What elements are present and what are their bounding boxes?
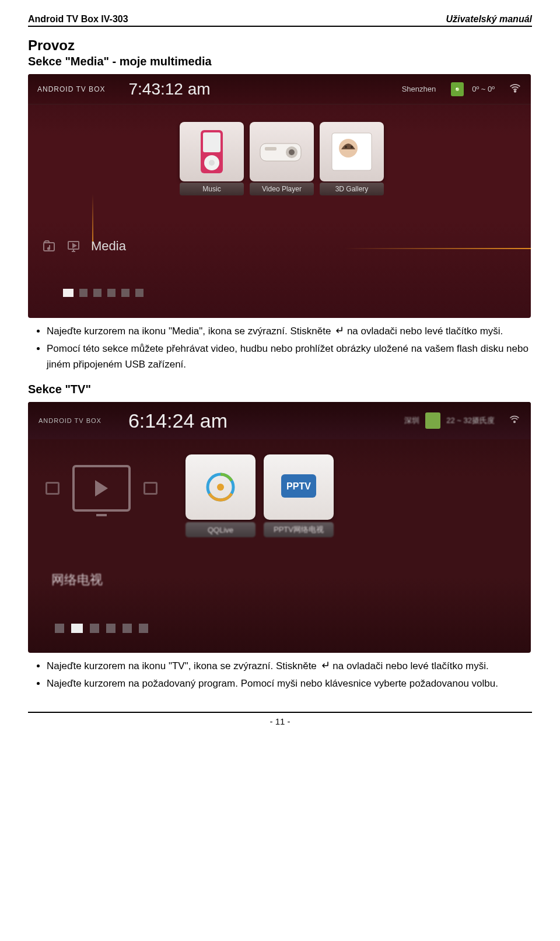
bullet-text: Najeďte kurzorem na požadovaný program. …: [47, 678, 498, 689]
tv-small-icon: [144, 482, 158, 495]
bullet-text: na ovladači nebo levé tlačítko myši.: [332, 660, 488, 671]
screenshot-tv: ANDROID TV BOX 6:14:24 am 深圳 22 ~ 32摄氏度: [28, 402, 531, 653]
weather-icon: [425, 412, 440, 429]
tile-pptv[interactable]: PPTV PPTV网络电视: [264, 454, 334, 537]
bullet-text: Najeďte kurzorem na ikonu "Media", ikona…: [47, 326, 334, 337]
bullet-text: Pomocí této sekce můžete přehrávat video…: [47, 343, 528, 369]
temperature-label: 0º ~ 0º: [472, 85, 495, 93]
heading-tv-section: Sekce "TV": [28, 383, 532, 396]
heading-media-section: Sekce "Media" - moje multimedia: [28, 55, 532, 68]
location-label: Shenzhen: [402, 85, 436, 93]
indicator-dot: [79, 289, 88, 297]
music-player-icon: [180, 122, 244, 181]
header-right: Uživatelský manuál: [446, 14, 532, 25]
svg-point-19: [514, 421, 516, 423]
header-left: Android TV Box IV-303: [28, 14, 128, 25]
svg-point-13: [289, 149, 295, 155]
projector-icon: [250, 122, 314, 181]
enter-key-icon: [320, 660, 330, 675]
tile-label: PPTV网络电视: [264, 522, 334, 537]
svg-point-10: [209, 160, 215, 166]
clock: 6:14:24 am: [128, 410, 228, 432]
svg-point-17: [345, 146, 347, 148]
tv-small-icon: [46, 482, 60, 495]
bullet-list-media: Najeďte kurzorem na ikonu "Media", ikona…: [28, 324, 532, 372]
brand-label: ANDROID TV BOX: [38, 417, 102, 424]
temperature-label: 22 ~ 32摄氏度: [446, 415, 495, 426]
svg-marker-6: [73, 244, 76, 247]
clock: 7:43:12 am: [128, 80, 210, 99]
indicator-dot: [139, 624, 148, 633]
qqlive-icon: [186, 454, 256, 520]
tile-3d-gallery[interactable]: 3D Gallery: [320, 122, 384, 195]
monitor-icon: [66, 239, 80, 253]
page-header: Android TV Box IV-303 Uživatelský manuál: [28, 14, 532, 27]
location-label: 深圳: [404, 415, 419, 426]
category-label-zh: 网络电视: [51, 571, 103, 589]
music-folder-icon: [42, 239, 56, 253]
tile-qqlive[interactable]: QQLive: [186, 454, 256, 537]
svg-point-0: [456, 88, 459, 91]
indicator-dot: [106, 624, 116, 633]
page-number: - 11 -: [270, 716, 290, 726]
indicator-dot: [55, 624, 64, 633]
indicator-dot: [123, 624, 132, 633]
tv-play-icon: [72, 465, 131, 512]
bullet-item: Najeďte kurzorem na ikonu "Media", ikona…: [47, 324, 532, 340]
bullet-text: Najeďte kurzorem na ikonu "TV", ikona se…: [47, 660, 320, 671]
category-row: Media: [42, 239, 126, 254]
tile-label: QQLive: [186, 522, 256, 537]
indicator-dot: [63, 289, 74, 297]
bullet-item: Najeďte kurzorem na ikonu "TV", ikona se…: [47, 659, 532, 675]
svg-point-21: [217, 484, 224, 491]
tile-music[interactable]: Music: [180, 122, 244, 195]
bullet-item: Pomocí této sekce můžete přehrávat video…: [47, 341, 532, 372]
weather-icon: [451, 82, 464, 96]
indicator-dot: [71, 624, 83, 633]
svg-rect-14: [265, 147, 276, 151]
page-indicator: [63, 289, 144, 297]
tile-video-player[interactable]: Video Player: [250, 122, 314, 195]
photo-icon: [320, 122, 384, 181]
svg-point-18: [351, 146, 353, 148]
indicator-dot: [90, 624, 99, 633]
page-indicator: [55, 624, 148, 633]
svg-rect-8: [203, 132, 220, 152]
screenshot-media: ANDROID TV BOX 7:43:12 am Shenzhen 0º ~ …: [28, 74, 531, 318]
wifi-icon: [509, 414, 520, 428]
indicator-dot: [135, 289, 144, 297]
indicator-dot: [93, 289, 102, 297]
bullet-item: Najeďte kurzorem na požadovaný program. …: [47, 676, 532, 691]
category-label: Media: [91, 239, 126, 254]
tile-label: Music: [180, 183, 244, 195]
svg-point-1: [456, 88, 457, 89]
indicator-dot: [121, 289, 130, 297]
bullet-list-tv: Najeďte kurzorem na ikonu "TV", ikona se…: [28, 659, 532, 692]
heading-provoz: Provoz: [28, 37, 532, 54]
svg-point-4: [48, 247, 50, 249]
enter-key-icon: [334, 325, 344, 340]
tile-label: Video Player: [250, 183, 314, 195]
svg-text:PPTV: PPTV: [286, 481, 311, 491]
page-footer: - 11 -: [28, 712, 532, 726]
brand-label: ANDROID TV BOX: [37, 85, 105, 93]
divider-horizontal: [344, 248, 531, 249]
indicator-dot: [107, 289, 116, 297]
wifi-icon: [509, 82, 522, 96]
svg-point-2: [514, 90, 516, 92]
tile-label: 3D Gallery: [320, 183, 384, 195]
bullet-text: na ovladači nebo levé tlačítko myši.: [347, 326, 503, 337]
pptv-icon: PPTV: [264, 454, 334, 520]
